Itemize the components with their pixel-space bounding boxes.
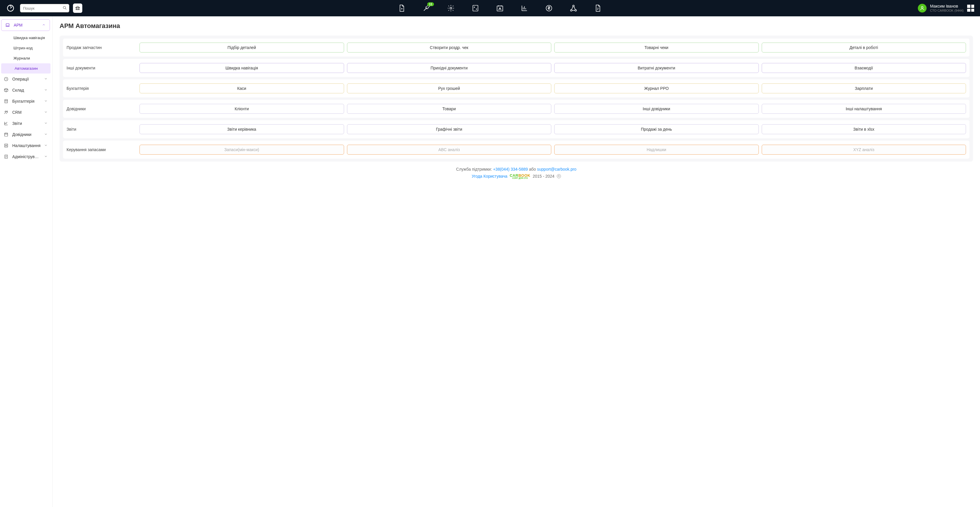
section-label: Керування запасами bbox=[67, 147, 140, 152]
sidebar-icon bbox=[3, 110, 9, 115]
action-button[interactable]: Інші довідники bbox=[554, 104, 759, 114]
svg-point-15 bbox=[7, 111, 8, 112]
section-label: Бухгалтерія bbox=[67, 86, 140, 91]
main-content: АРМ Автомагазина Продаж запчастинПідбір … bbox=[52, 16, 980, 507]
sidebar-label: Швидка навігація bbox=[13, 36, 48, 40]
footer-support-line: Служба підтримки: +38(044) 334-5889 або … bbox=[59, 167, 973, 172]
sidebar-item[interactable]: Налаштування bbox=[0, 140, 52, 151]
action-button[interactable]: Витратні документи bbox=[554, 63, 759, 73]
button-group: КлієнтиТовариІнші довідникиІнші налаштув… bbox=[140, 104, 966, 114]
svg-point-7 bbox=[573, 5, 574, 7]
sidebar-sub-journals[interactable]: Журнали bbox=[0, 53, 52, 63]
sidebar-label: Довідники bbox=[12, 132, 41, 137]
sidebar-sub-barcode[interactable]: Штрих-код bbox=[0, 43, 52, 53]
sidebar-label: CRM bbox=[12, 110, 41, 114]
action-button[interactable]: Звіти в xlsx bbox=[762, 124, 966, 134]
dollar-icon[interactable] bbox=[545, 4, 553, 12]
footer-or: або bbox=[529, 167, 537, 172]
chevron-down-icon bbox=[44, 99, 48, 103]
sidebar-label: Операції bbox=[12, 77, 41, 81]
bank-button[interactable] bbox=[73, 3, 82, 13]
section-row: БухгалтеріяКасиРух грошейЖурнал РРОЗарпл… bbox=[63, 79, 969, 97]
support-email[interactable]: support@carbook.pro bbox=[537, 167, 576, 172]
button-group: Звіти керівникаГрафічні звітиПродажі за … bbox=[140, 124, 966, 134]
support-label: Служба підтримки: bbox=[456, 167, 493, 172]
id-card-icon[interactable] bbox=[496, 4, 504, 12]
action-button[interactable]: Швидка навігація bbox=[140, 63, 344, 73]
wrench-icon[interactable]: 11 bbox=[422, 4, 431, 12]
action-button[interactable]: Товари bbox=[347, 104, 552, 114]
action-button[interactable]: Створити роздр. чек bbox=[347, 43, 552, 52]
svg-rect-16 bbox=[5, 133, 8, 136]
doc-icon[interactable] bbox=[594, 4, 602, 12]
badge-count: 11 bbox=[427, 2, 434, 6]
sidebar-sub-autoshop[interactable]: Автомагазин bbox=[1, 63, 51, 73]
agreement-link[interactable]: Угода Користувача bbox=[472, 174, 507, 178]
registered-icon: R bbox=[557, 174, 561, 178]
chevron-down-icon bbox=[44, 88, 48, 92]
action-button: Надлишки bbox=[554, 145, 759, 154]
sidebar-icon bbox=[3, 132, 9, 137]
sidebar-item[interactable]: Склад bbox=[0, 84, 52, 96]
section-row: ДовідникиКлієнтиТовариІнші довідникиІнші… bbox=[63, 100, 969, 118]
sidebar-item[interactable]: Звіти bbox=[0, 118, 52, 129]
action-button[interactable]: Каси bbox=[140, 83, 344, 93]
action-button[interactable]: Рух грошей bbox=[347, 83, 552, 93]
sidebar-label: Налаштування bbox=[12, 143, 41, 148]
sliders-icon[interactable] bbox=[471, 4, 479, 12]
header-right: Максим Іванов СТО CARBOOK (9444) bbox=[918, 4, 974, 13]
support-phone[interactable]: +38(044) 334-5889 bbox=[493, 167, 528, 172]
sidebar-label: Склад bbox=[12, 88, 41, 92]
action-button[interactable]: Підбір деталей bbox=[140, 43, 344, 52]
share-icon[interactable] bbox=[570, 4, 578, 12]
top-header: 11 Максим Іванов СТО CARBOOK (944 bbox=[0, 0, 980, 16]
chevron-down-icon bbox=[44, 154, 48, 159]
action-button[interactable]: Клієнти bbox=[140, 104, 344, 114]
sidebar-item[interactable]: Бухгалтерія bbox=[0, 96, 52, 107]
apps-icon[interactable] bbox=[967, 5, 974, 12]
logo-icon[interactable] bbox=[6, 3, 15, 13]
gear-icon[interactable] bbox=[447, 4, 455, 12]
chevron-down-icon bbox=[44, 121, 48, 126]
svg-rect-3 bbox=[473, 5, 478, 11]
sidebar-item[interactable]: CRM bbox=[0, 107, 52, 118]
sidebar-sub-quick-nav[interactable]: Швидка навігація bbox=[0, 33, 52, 43]
action-button[interactable]: Зарплати bbox=[762, 83, 966, 93]
sidebar-item[interactable]: Адміністрування bbox=[0, 151, 52, 162]
sidebar: АРМ Швидка навігація Штрих-код Журнали А… bbox=[0, 16, 52, 507]
action-button[interactable]: Продажі за день bbox=[554, 124, 759, 134]
action-button[interactable]: Журнал РРО bbox=[554, 83, 759, 93]
section-label: Інші документи bbox=[67, 66, 140, 70]
action-button[interactable]: Звіти керівника bbox=[140, 124, 344, 134]
sidebar-icon bbox=[3, 121, 9, 126]
sidebar-label: Журнали bbox=[13, 56, 48, 60]
user-block[interactable]: Максим Іванов СТО CARBOOK (9444) bbox=[930, 4, 964, 13]
sidebar-item[interactable]: Довідники bbox=[0, 129, 52, 140]
section-row: Продаж запчастинПідбір деталейСтворити р… bbox=[63, 38, 969, 57]
chart-icon[interactable] bbox=[520, 4, 528, 12]
chevron-down-icon bbox=[44, 110, 48, 114]
sidebar-item[interactable]: Операції bbox=[0, 73, 52, 84]
section-label: Продаж запчастин bbox=[67, 45, 140, 50]
sidebar-label-arm: АРМ bbox=[14, 23, 38, 27]
action-button[interactable]: Взаємодії bbox=[762, 63, 966, 73]
action-button[interactable]: Графічні звіти bbox=[347, 124, 552, 134]
user-org: СТО CARBOOK (9444) bbox=[930, 9, 964, 13]
action-button[interactable]: Інші налаштування bbox=[762, 104, 966, 114]
new-doc-icon[interactable] bbox=[398, 4, 406, 12]
action-button[interactable]: Товарні чеки bbox=[554, 43, 759, 52]
laptop-icon bbox=[5, 22, 10, 28]
button-group: Швидка навігаціяПрихідні документиВитрат… bbox=[140, 63, 966, 73]
footer-years: 2015 - 2024 bbox=[533, 174, 555, 178]
footer-line-2: Угода Користувача CARBOOK СОФТ ДЛЯ СТО 2… bbox=[59, 173, 973, 179]
sidebar-item-arm[interactable]: АРМ bbox=[1, 19, 50, 31]
search-input[interactable] bbox=[20, 4, 70, 13]
action-button[interactable]: Прихідні документи bbox=[347, 63, 552, 73]
sidebar-label: Звіти bbox=[12, 121, 41, 126]
action-button[interactable]: Деталі в роботі bbox=[762, 43, 966, 52]
button-group: КасиРух грошейЖурнал РРОЗарплати bbox=[140, 83, 966, 93]
svg-point-10 bbox=[921, 6, 923, 8]
svg-rect-11 bbox=[6, 24, 10, 25]
avatar[interactable] bbox=[918, 4, 927, 13]
sections-panel: Продаж запчастинПідбір деталейСтворити р… bbox=[59, 36, 973, 162]
